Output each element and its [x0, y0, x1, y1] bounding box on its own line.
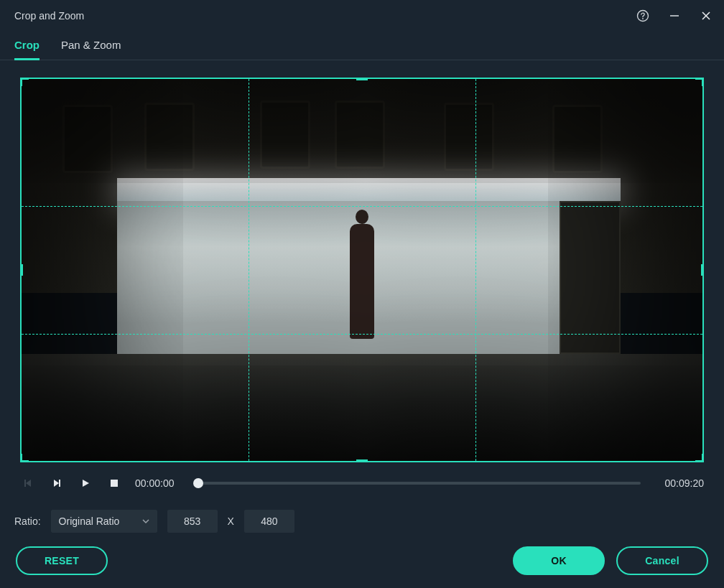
crop-handle-bottom-right[interactable]	[695, 454, 704, 462]
tab-crop[interactable]: Crop	[14, 39, 40, 60]
crop-grid-line	[249, 79, 249, 461]
svg-point-1	[642, 18, 644, 19]
crop-grid-line	[475, 79, 476, 461]
crop-handle-top-left[interactable]	[20, 78, 29, 86]
crop-handle-bottom[interactable]	[356, 459, 368, 462]
preview-container	[0, 60, 724, 468]
video-frame	[22, 79, 702, 461]
dialog-buttons: RESET OK Cancel	[0, 546, 724, 575]
chevron-down-icon	[142, 515, 149, 527]
width-input[interactable]: 853	[167, 510, 218, 533]
svg-marker-5	[26, 480, 31, 487]
total-time: 00:09:20	[654, 477, 704, 489]
crop-handle-left[interactable]	[20, 264, 23, 276]
ok-button[interactable]: OK	[513, 546, 605, 575]
stop-icon[interactable]	[106, 475, 122, 491]
ratio-select-value: Original Ratio	[59, 515, 120, 527]
crop-handle-top-right[interactable]	[695, 78, 704, 86]
svg-rect-6	[24, 480, 26, 487]
crop-handle-top[interactable]	[356, 78, 368, 80]
dimension-separator: X	[228, 515, 234, 527]
crop-preview[interactable]	[20, 78, 704, 462]
crop-grid-line	[22, 206, 702, 207]
ratio-label: Ratio:	[14, 515, 41, 527]
titlebar: Crop and Zoom	[0, 0, 724, 32]
window-title: Crop and Zoom	[14, 10, 84, 22]
svg-marker-7	[54, 480, 59, 487]
current-time: 00:00:00	[135, 477, 185, 489]
tab-pan-zoom[interactable]: Pan & Zoom	[61, 39, 121, 60]
crop-handle-bottom-left[interactable]	[20, 454, 29, 462]
svg-rect-10	[111, 480, 118, 487]
ratio-row: Ratio: Original Ratio 853 X 480	[0, 491, 724, 533]
cancel-button[interactable]: Cancel	[616, 546, 708, 575]
close-icon[interactable]	[698, 8, 714, 24]
playback-slider[interactable]	[198, 482, 641, 485]
ratio-select[interactable]: Original Ratio	[51, 510, 157, 533]
crop-handle-right[interactable]	[701, 264, 704, 276]
help-icon[interactable]	[635, 8, 651, 24]
reset-button[interactable]: RESET	[16, 546, 108, 575]
play-icon[interactable]	[78, 475, 93, 491]
tab-bar: Crop Pan & Zoom	[0, 32, 724, 60]
prev-frame-icon	[20, 475, 36, 491]
svg-rect-8	[59, 480, 60, 487]
next-frame-icon[interactable]	[49, 475, 65, 491]
svg-marker-9	[83, 480, 89, 487]
height-input[interactable]: 480	[244, 510, 294, 533]
playback-slider-thumb[interactable]	[193, 478, 203, 488]
playback-bar: 00:00:00 00:09:20	[0, 468, 724, 491]
crop-grid-line	[22, 334, 702, 335]
minimize-icon[interactable]	[667, 8, 682, 24]
window-controls	[635, 8, 714, 24]
